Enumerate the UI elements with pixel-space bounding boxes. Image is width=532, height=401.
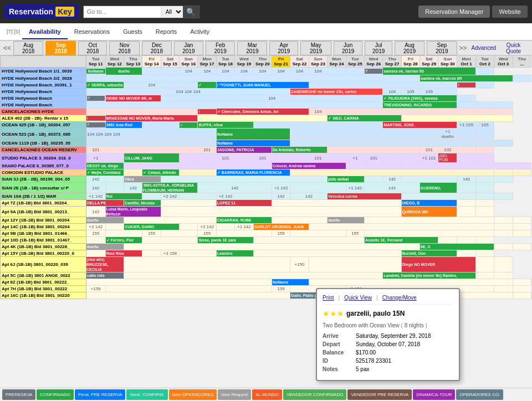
month-feb2019[interactable]: Feb 2019 [206,41,236,55]
table-row[interactable]: SIAN 10A (2B / 1 1/2) MAR +1 142 Roi +2 … [1,193,532,200]
room-name: STUDIO PALACE 3_00204_016_0 [1,153,86,163]
month-nov2018[interactable]: Nov 2018 [109,41,139,55]
website-button[interactable]: Website [492,6,528,18]
room-name: Apt 6J (1B-1B) 3801_00220_039 [1,257,86,273]
date-header-sep12: WedSep 12 [105,56,124,68]
month-jul2019[interactable]: Jul 2019 [365,41,392,55]
legend-pend-pre-reserva: Pend. PRE RESERVA [75,389,125,400]
tab-guests[interactable]: Guests [116,25,149,39]
popup-header: ★★★ garzelii, paulo 15N [323,309,453,318]
table-row[interactable]: OCEAN 425 (1B - 1B)_00204_057 ? 3861 Ine… [1,122,532,128]
month-aug2018[interactable]: Aug 2018 [13,41,43,55]
table-row[interactable]: SIAN 3J (2B - 2B)_00199_004_05 142 Obra … [1,176,532,183]
table-row[interactable]: HYDE Hollywood Beach TREVISIONINO, RICAR… [1,102,532,109]
table-row[interactable]: COMODIN ESTUDIO PALACE ✓ Mejía, Constanz… [1,169,532,176]
date-header-sep30: SunSep 30 [438,56,457,68]
table-row[interactable]: HYDE Hollywood Beach_00391_1 ✓ SERRA, se… [1,82,532,89]
popup-stars: ★★★ [323,309,344,318]
month-mar2019[interactable]: Mar 2019 [237,41,267,55]
date-header-sep27: ThuSep 27 [383,56,401,68]
table-row[interactable]: HYDE Hollywood Beach ? DEIBE NO MOVER 8R… [1,95,532,102]
room-name: SIAN 3J (2B - 2B)_00199_004_05 [1,176,86,183]
month-jun2019[interactable]: Jun 2019 [334,41,363,55]
room-name: HYDE Hollywood Beach [1,95,86,102]
table-row[interactable]: OCEAN 1119 (1B - 1B)_00235_05 NoName [1,140,532,147]
table-row[interactable]: Apt 6J (1B-1B) 3801_00220_039 (rise alto… [1,257,532,273]
table-row[interactable]: CANCELACIONES OCEAN RESERV 101 101 JASIO… [1,147,532,153]
popup-balance-row: Balance $170.00 [323,349,453,356]
search-button[interactable]: 🔍 [183,6,199,18]
table-row[interactable]: Apt 4K (1B-1B) Bld 3801_00228_ dueño 6E,… [1,244,532,250]
table-row[interactable]: CANCELACIONES HYDE ! ✓ Chercoles, Eleono… [1,109,532,115]
tab-reports[interactable]: Reports [149,25,184,39]
month-oct2018[interactable]: Oct 2018 [78,41,107,55]
table-row[interactable]: Apt 7Z (1B-1B) Bld 3801_00204_ DELLA PE … [1,200,532,207]
tab-activity[interactable]: Activity [183,25,216,39]
month-nav: << Aug 2018 Sep 2018 Oct 2018 Nov 2018 D… [0,41,532,55]
month-sep2018[interactable]: Sep 2018 [45,41,76,55]
room-name: HYDE Hollywood Beach_00391_1 [1,82,86,89]
date-header-sep25: TueSep 25 [346,56,364,68]
room-name-studio-palace-6: StUdIO PaLACE 6_00385_077_0 [1,163,86,169]
date-header-sep11: TueSep 11 [86,56,106,68]
nav-tabs: [T] [S] Availability Reservations Guests… [0,23,532,41]
prev-arrow[interactable]: << [3,44,11,52]
table-row[interactable]: HYDE Hollywood Beach 2/2_0028 sambra ok,… [1,75,532,82]
room-name: SIAN 10A (2B / 1 1/2) MAR [1,193,86,200]
next-arrow[interactable]: >> [459,44,467,52]
month-apr2019[interactable]: Apr 2019 [269,41,298,55]
header: Reservation Key All 🔍 Reservation Manage… [0,0,532,23]
table-row[interactable]: Apt 5C (1B-1B) 3801 ANGE_0022 caño roto … [1,273,532,279]
month-sep2019[interactable]: Sep 2019 [427,41,457,55]
date-header-sep15: SatSep 15 [161,56,179,68]
date-header-sep18: TueSep 18 [216,56,234,68]
table-row[interactable]: STUDIO PALACE 3_00204_016_0 +1 CILLUM, J… [1,153,532,163]
table-row[interactable]: SIAN 2E (1B - 1B) consultar c/ P 142 142… [1,183,532,193]
search-scope-select[interactable]: All [161,7,183,17]
room-name: Apt 12Y (1B-1B) Bld 3801_00204 [1,217,86,224]
table-row[interactable]: HYDE Hollywood Beach 1/1_0039 NoName due… [1,68,532,75]
legend-prereserva: PRERESEVA [2,389,35,400]
table-row[interactable]: Apt 15Y (1B-1B) Bld 3801_00220_0 Raul Ri… [1,250,532,257]
search-input[interactable] [84,7,161,17]
room-name: CANCELACIONES HYDE [1,109,86,115]
legend-operadores: OPERADORES CO. [456,389,503,400]
room-name: OCEAN 425 (1B - 1B)_00204_057 [1,122,86,128]
reservation-manager-button[interactable]: Reservation Manager [418,6,490,18]
month-dec2018[interactable]: Dec 2018 [142,41,172,55]
date-header-more: Thu... [513,56,531,68]
popup-change-move-link[interactable]: Change/Move [382,295,417,301]
month-jan2019[interactable]: Jan 2019 [174,41,203,55]
popup-print-link[interactable]: Print [323,295,334,301]
date-header-sep16: SunSep 16 [180,56,198,68]
month-aug2019[interactable]: Aug 2019 [395,41,424,55]
table-row[interactable]: Apt 10D (1B-1B) Bld 3801_01467_ ✓ Ferrer… [1,237,532,244]
table-row[interactable]: Apt 12Y (1B-1B) Bld 3801_00204 dueño CIG… [1,217,532,224]
date-header-sep22: SatSep 22 [290,56,309,68]
table-row[interactable]: ALEX 402 (2B - 2B)- Rentar x 15 ! BRAESS… [1,115,532,122]
legend-new-operadores: New OPERADORES [169,389,217,400]
table-row[interactable]: StUdIO PaLACE 6_00385_077_0 DESSY ok, di… [1,163,532,169]
room-name: Apt 10D (1B-1B) Bld 3801_01467_ [1,237,86,244]
table-row[interactable]: HYDE Hollywood Beach 104 104 104 ZANDWEG… [1,89,532,95]
quick-quote-button[interactable]: Quick Quote [498,42,529,54]
date-header-row: TueSep 11 WedSep 12 ThuSep 13 FriSep 14 … [1,56,532,68]
date-header-sep20: ThuSep 20 [253,56,272,68]
logo-text: Reservation [9,7,53,16]
popup-quick-view-link[interactable]: Quick View [344,295,372,301]
table-row[interactable]: Apt 8Z (1B-1B) Bld 3801_00222_ NoName [1,279,532,286]
legend-dinamica-tour: DINAMICA-TOUR [413,389,455,400]
tab-availability[interactable]: Availability [22,25,68,39]
tab-reservations[interactable]: Reservations [68,25,116,39]
table-row[interactable]: Apt 9B (1B-1B) Bld 3801_01466_ 155 155 1… [1,230,532,237]
date-header-sep14: FriSep 14 [142,56,161,68]
month-may2019[interactable]: May 2019 [300,41,331,55]
table-row[interactable]: Apt 14C (1B-1B) Bld 3801_00204 +2 142 CU… [1,224,532,230]
popup-notes-row: Notes 5 pax [323,366,453,372]
legend-vendedor-pre-reserva: VENDEDOR PRE RESERVA [347,389,412,400]
advanced-button[interactable]: Advanced [472,45,496,51]
room-name: Apt 14C (1B-1B) Bld 3801_00204 [1,224,86,230]
table-row[interactable]: OCEAN 523 (1B - 1B)_00373_085 104 104 10… [1,128,532,140]
table-row[interactable]: Apt 9A (1B-1B) Bld 3801_00213_ 142 Luisa… [1,207,532,217]
room-name: CANCELACIONES OCEAN RESERV [1,147,86,153]
